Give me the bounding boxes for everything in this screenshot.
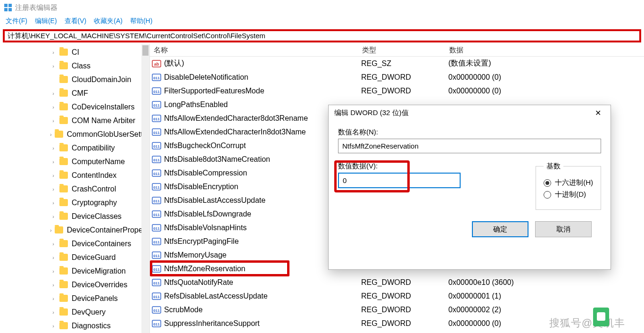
watermark: 搜狐号@奥凯丰 <box>549 316 625 330</box>
value-row[interactable]: 011RefsDisableLastAccessUpdateREG_DWORD0… <box>150 289 644 303</box>
tree-node[interactable]: ›ContentIndex <box>0 168 149 182</box>
binary-value-icon: 011 <box>152 73 161 82</box>
binary-value-icon: 011 <box>152 237 161 246</box>
tree-node[interactable]: ›Class <box>0 59 149 73</box>
tree-node[interactable]: ›CrashControl <box>0 182 149 196</box>
chevron-right-icon[interactable]: › <box>50 132 52 137</box>
tree-node[interactable]: ›DevicePanels <box>0 291 149 305</box>
col-type[interactable]: 类型 <box>362 46 449 55</box>
tree-node[interactable]: ›CommonGlobUserSettings <box>0 127 149 141</box>
chevron-right-icon[interactable]: › <box>50 118 57 124</box>
folder-icon <box>59 213 68 220</box>
radix-dec[interactable]: 十进制(D) <box>544 190 593 199</box>
value-name: NtfsDisableLfsDowngrade <box>164 210 251 218</box>
tree-node[interactable]: ›COM Name Arbiter <box>0 114 149 127</box>
value-row[interactable]: 011DisableDeleteNotificationREG_DWORD0x0… <box>150 70 644 84</box>
tree-node[interactable]: ›Cryptography <box>0 196 149 209</box>
tree-node-label: DeviceMigration <box>72 267 126 275</box>
tree-scrollbar[interactable] <box>141 44 149 333</box>
tree-node[interactable]: ›CMF <box>0 86 149 100</box>
tree-node[interactable]: ›DeviceContainerPropertyUpdateEvents <box>0 223 149 237</box>
chevron-right-icon[interactable]: › <box>50 227 52 233</box>
tree-node-label: DeviceGuard <box>72 253 116 262</box>
value-name: NtfsEncryptPagingFile <box>164 237 239 246</box>
chevron-right-icon[interactable]: › <box>50 186 57 192</box>
svg-text:ab: ab <box>154 62 159 67</box>
tree-node[interactable]: ›DeviceMigration <box>0 264 149 278</box>
folder-icon <box>59 117 68 124</box>
value-name: FilterSupportedFeaturesMode <box>164 87 264 95</box>
tree-node[interactable]: ›CI <box>0 45 149 59</box>
chevron-right-icon[interactable]: › <box>50 91 57 96</box>
address-bar[interactable]: 计算机\HKEY_LOCAL_MACHINE\SYSTEM\CurrentCon… <box>3 29 641 42</box>
menu-help[interactable]: 帮助(H) <box>126 16 156 26</box>
tree-scroll-thumb[interactable] <box>142 45 149 56</box>
value-row[interactable]: 011FilterSupportedFeaturesModeREG_DWORD0… <box>150 84 644 98</box>
tree-node[interactable]: ›ComputerName <box>0 155 149 168</box>
address-bar-wrap: 计算机\HKEY_LOCAL_MACHINE\SYSTEM\CurrentCon… <box>0 27 644 44</box>
binary-value-icon: 011 <box>152 291 161 301</box>
chevron-right-icon[interactable]: › <box>50 104 57 110</box>
folder-icon <box>59 267 68 275</box>
tree-node[interactable]: ›CoDeviceInstallers <box>0 100 149 114</box>
value-type: REG_DWORD <box>361 306 448 314</box>
chevron-right-icon[interactable]: › <box>50 63 57 69</box>
tree-node[interactable]: CloudDomainJoin <box>0 73 149 86</box>
value-name-field[interactable]: NtfsMftZoneReservation <box>338 139 601 153</box>
chevron-right-icon[interactable]: › <box>50 282 57 288</box>
value-name: LongPathsEnabled <box>164 100 228 109</box>
value-name: DisableDeleteNotification <box>164 73 248 82</box>
tree-node[interactable]: ›Diagnostics <box>0 319 149 333</box>
col-name[interactable]: 名称 <box>150 46 362 55</box>
close-icon[interactable]: ✕ <box>591 107 605 119</box>
svg-text:011: 011 <box>153 185 160 190</box>
chevron-right-icon[interactable]: › <box>50 323 57 329</box>
ok-button[interactable]: 确定 <box>472 221 528 237</box>
chevron-right-icon[interactable]: › <box>50 173 57 178</box>
chevron-right-icon[interactable]: › <box>50 159 57 165</box>
tree-node-label: CommonGlobUserSettings <box>67 130 149 139</box>
folder-icon <box>59 62 68 69</box>
chevron-right-icon[interactable]: › <box>50 255 57 260</box>
binary-value-icon: 011 <box>152 209 161 219</box>
chevron-right-icon[interactable]: › <box>50 50 57 55</box>
value-row[interactable]: 011NtfsQuotaNotifyRateREG_DWORD0x00000e1… <box>150 275 644 289</box>
value-row[interactable]: ab(默认)REG_SZ(数值未设置) <box>150 57 644 70</box>
value-name: (默认) <box>164 58 184 68</box>
chevron-right-icon[interactable]: › <box>50 241 57 247</box>
svg-text:011: 011 <box>153 172 160 176</box>
value-data-field[interactable] <box>338 173 461 188</box>
tree-node[interactable]: ›DeviceGuard <box>0 250 149 264</box>
radix-hex[interactable]: 十六进制(H) <box>544 178 593 187</box>
tree-node-label: Class <box>72 62 91 70</box>
tree-node[interactable]: ›DevQuery <box>0 305 149 319</box>
dialog-title: 编辑 DWORD (32 位)值 <box>334 108 409 117</box>
tree-node[interactable]: ›Compatibility <box>0 141 149 155</box>
col-data[interactable]: 数据 <box>449 46 644 55</box>
binary-value-icon: 011 <box>152 264 161 274</box>
chevron-right-icon[interactable]: › <box>50 214 57 219</box>
folder-icon <box>59 281 68 288</box>
value-type: REG_DWORD <box>361 278 448 287</box>
binary-value-icon: 011 <box>152 305 161 315</box>
value-row[interactable]: 011ScrubModeREG_DWORD0x00000002 (2) <box>150 303 644 316</box>
chevron-right-icon[interactable]: › <box>50 309 57 315</box>
chevron-right-icon[interactable]: › <box>50 145 57 151</box>
menu-edit[interactable]: 编辑(E) <box>31 16 61 26</box>
radix-legend: 基数 <box>544 162 563 171</box>
value-name: NtfsMftZoneReservation <box>164 265 246 273</box>
chevron-right-icon[interactable]: › <box>50 268 57 274</box>
string-value-icon: ab <box>152 59 161 68</box>
binary-value-icon: 011 <box>152 155 161 164</box>
tree-node[interactable]: ›DeviceContainers <box>0 237 149 250</box>
chevron-right-icon[interactable]: › <box>50 296 57 301</box>
menu-view[interactable]: 查看(V) <box>61 16 91 26</box>
tree-node[interactable]: ›DeviceClasses <box>0 209 149 223</box>
value-name: NtfsDisableVolsnapHints <box>164 224 247 232</box>
menu-file[interactable]: 文件(F) <box>2 16 31 26</box>
tree-node[interactable]: ›DeviceOverrides <box>0 278 149 291</box>
menu-favorites[interactable]: 收藏夹(A) <box>90 16 126 26</box>
chevron-right-icon[interactable]: › <box>50 200 57 206</box>
folder-icon <box>55 226 63 233</box>
cancel-button[interactable]: 取消 <box>535 221 592 237</box>
